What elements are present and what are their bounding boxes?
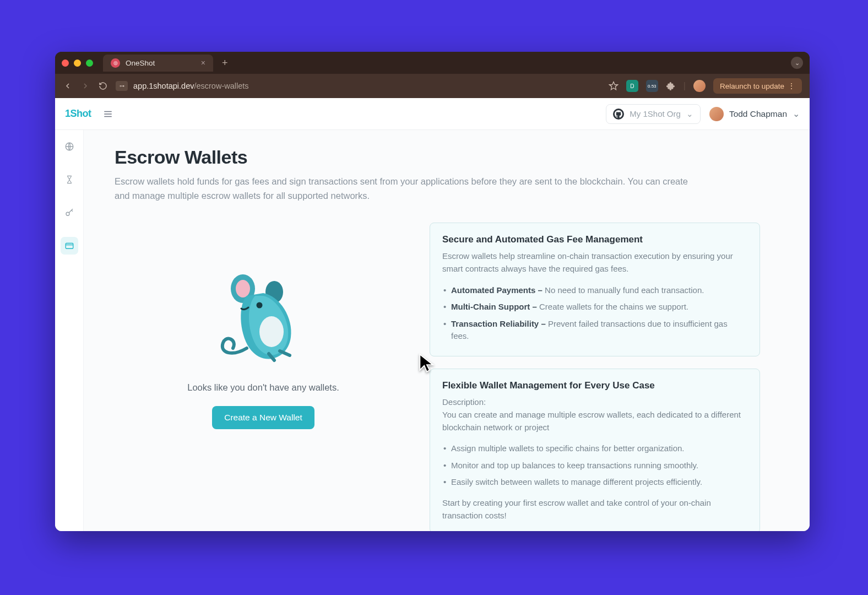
create-wallet-button[interactable]: Create a New Wallet xyxy=(212,406,314,429)
org-selector[interactable]: My 1Shot Org ⌄ xyxy=(606,104,701,124)
org-label: My 1Shot Org xyxy=(630,109,681,118)
info-cards: Secure and Automated Gas Fee Management … xyxy=(430,223,760,531)
kebab-icon: ⋮ xyxy=(788,82,795,90)
sidebar-item-wallets[interactable] xyxy=(61,237,78,255)
card-footer: Start by creating your first escrow wall… xyxy=(442,496,747,522)
tab-close-icon[interactable]: × xyxy=(201,58,205,67)
site-settings-icon[interactable]: ⊶ xyxy=(116,81,128,91)
sidebar-item-global[interactable] xyxy=(61,138,78,155)
new-tab-button[interactable]: + xyxy=(218,57,232,69)
card-bullet: Easily switch between wallets to manage … xyxy=(442,474,747,491)
app-header: 1Shot My 1Shot Org ⌄ Todd Chapman ⌄ xyxy=(55,98,810,130)
card-bullet: Transaction Reliability – Prevent failed… xyxy=(442,316,747,345)
browser-titlebar: ◎ OneShot × + ⌄ xyxy=(55,52,810,74)
app-root: 1Shot My 1Shot Org ⌄ Todd Chapman ⌄ xyxy=(55,98,810,531)
tab-title: OneShot xyxy=(126,59,155,67)
back-button[interactable] xyxy=(63,81,73,91)
forward-button[interactable] xyxy=(80,81,90,91)
extension-badge[interactable]: 0.53 xyxy=(646,80,658,92)
bookmark-icon[interactable] xyxy=(609,81,619,91)
url-text: app.1shotapi.dev/escrow-wallets xyxy=(133,82,249,90)
svg-point-1 xyxy=(66,212,69,215)
address-bar[interactable]: ⊶ app.1shotapi.dev/escrow-wallets xyxy=(116,81,601,91)
card-bullet: Monitor and top up balances to keep tran… xyxy=(442,457,747,474)
svg-point-7 xyxy=(257,302,263,309)
browser-tab[interactable]: ◎ OneShot × xyxy=(103,55,213,72)
empty-state: Looks like you don't have any wallets. C… xyxy=(115,223,412,531)
card-bullet: Assign multiple wallets to specific chai… xyxy=(442,440,747,457)
cursor-icon xyxy=(416,353,437,374)
app-logo[interactable]: 1Shot xyxy=(65,108,91,120)
svg-rect-2 xyxy=(66,244,73,249)
page-description: Escrow wallets hold funds for gas fees a… xyxy=(115,175,704,203)
toolbar-right: D 0.53 | Relaunch to update ⋮ xyxy=(609,78,802,94)
user-name: Todd Chapman xyxy=(729,109,787,119)
extensions-menu-icon[interactable] xyxy=(666,81,676,91)
sidebar-item-hourglass[interactable] xyxy=(61,171,78,188)
empty-message: Looks like you don't have any wallets. xyxy=(187,382,339,393)
info-card: Flexible Wallet Management for Every Use… xyxy=(430,369,760,531)
info-card: Secure and Automated Gas Fee Management … xyxy=(430,223,760,356)
content-split: Looks like you don't have any wallets. C… xyxy=(115,223,779,531)
mouse-illustration-icon xyxy=(216,266,310,370)
relaunch-button[interactable]: Relaunch to update ⋮ xyxy=(713,78,802,94)
profile-avatar-icon[interactable] xyxy=(693,80,706,92)
app-body: Escrow Wallets Escrow wallets hold funds… xyxy=(55,130,810,531)
card-title: Flexible Wallet Management for Every Use… xyxy=(442,380,747,391)
chevron-down-icon: ⌄ xyxy=(793,109,800,119)
browser-window: ◎ OneShot × + ⌄ ⊶ app.1shotapi.dev/escro… xyxy=(55,52,810,531)
card-title: Secure and Automated Gas Fee Management xyxy=(442,234,747,245)
close-window-button[interactable] xyxy=(62,60,69,67)
window-controls xyxy=(62,60,93,67)
svg-point-4 xyxy=(236,280,250,298)
user-avatar-icon xyxy=(709,107,724,121)
page-title: Escrow Wallets xyxy=(115,147,779,168)
main-content: Escrow Wallets Escrow wallets hold funds… xyxy=(84,130,810,531)
browser-toolbar: ⊶ app.1shotapi.dev/escrow-wallets D 0.53… xyxy=(55,74,810,98)
minimize-window-button[interactable] xyxy=(74,60,81,67)
sidebar xyxy=(55,130,84,531)
tab-favicon-icon: ◎ xyxy=(111,58,120,68)
maximize-window-button[interactable] xyxy=(86,60,93,67)
card-bullet: Multi-Chain Support – Create wallets for… xyxy=(442,299,747,316)
card-bullet: Automated Payments – No need to manually… xyxy=(442,282,747,299)
card-subtitle: Description: You can create and manage m… xyxy=(442,396,747,434)
github-icon xyxy=(613,109,624,120)
user-menu[interactable]: Todd Chapman ⌄ xyxy=(709,107,800,121)
sidebar-item-key[interactable] xyxy=(61,204,78,221)
chevron-down-icon: ⌄ xyxy=(686,109,693,119)
relaunch-label: Relaunch to update xyxy=(720,82,784,90)
svg-point-6 xyxy=(259,316,284,347)
extension-icon[interactable]: D xyxy=(626,80,638,92)
tabs-overflow-button[interactable]: ⌄ xyxy=(791,57,803,69)
card-subtitle: Escrow wallets help streamline on-chain … xyxy=(442,250,747,275)
sidebar-toggle-button[interactable] xyxy=(100,106,116,122)
reload-button[interactable] xyxy=(98,81,108,91)
